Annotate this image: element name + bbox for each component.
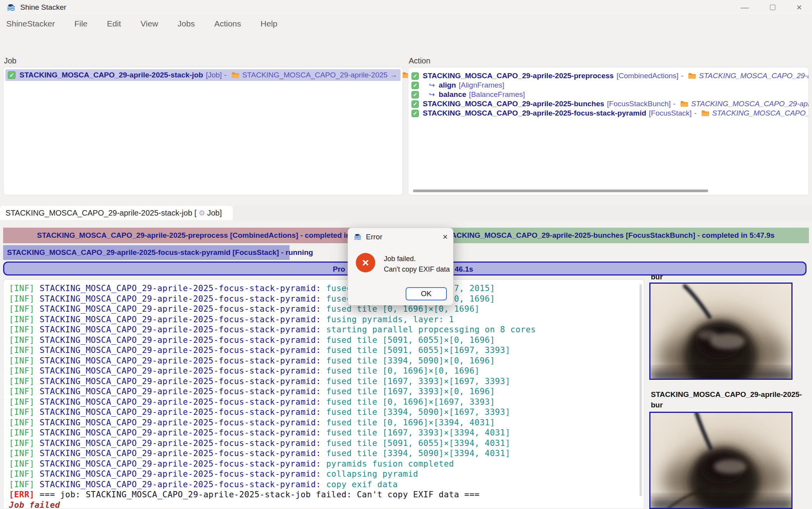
action-type: [FocusStack]	[649, 109, 692, 118]
menu-item[interactable]: View	[141, 19, 158, 28]
action-source-folder: STACKING_MOSCA_CAPO_29-aprile-2025-prepr…	[691, 100, 809, 108]
action-row[interactable]: ✓ ↪ STACKING_MOSCA_CAPO_29-aprile-2025-b…	[411, 99, 809, 109]
job-row[interactable]: ✓ STACKING_MOSCA_CAPO_29-aprile-2025-sta…	[5, 69, 401, 81]
action-name: STACKING_MOSCA_CAPO_29-aprile-2025-focus…	[423, 109, 646, 118]
log-tag: [INF]	[9, 480, 40, 489]
gear-icon: ⚙	[199, 209, 205, 218]
maximize-button[interactable]	[764, 0, 782, 15]
tab-label: STACKING_MOSCA_CAPO_29-aprile-2025-stack…	[5, 209, 197, 218]
folder-icon	[231, 72, 240, 79]
log-source: STACKING_MOSCA_CAPO_29-aprile-2025-focus…	[40, 480, 326, 489]
log-message: === job: STACKING_MOSCA_CAPO_29-aprile-2…	[40, 490, 480, 499]
log-source: STACKING_MOSCA_CAPO_29-aprile-2025-focus…	[40, 346, 326, 355]
log-line: [INF] STACKING_MOSCA_CAPO_29-aprile-2025…	[9, 314, 644, 325]
log-line: [INF] STACKING_MOSCA_CAPO_29-aprile-2025…	[9, 294, 644, 304]
log-line: [INF] STACKING_MOSCA_CAPO_29-aprile-2025…	[9, 418, 644, 428]
action-row[interactable]: ✓ ↪ balance [BalanceFrames]	[411, 90, 809, 99]
status-preprocess-text: STACKING_MOSCA_CAPO_29-aprile-2025-prepr…	[37, 231, 371, 240]
log-tag: [INF]	[9, 449, 40, 458]
action-row[interactable]: ✓ ↪ align [AlignFrames]	[411, 81, 809, 90]
log-line: [INF] STACKING_MOSCA_CAPO_29-aprile-2025…	[9, 366, 644, 376]
log-source: STACKING_MOSCA_CAPO_29-aprile-2025-focus…	[40, 428, 326, 437]
job-type: [Job]	[206, 71, 222, 79]
log-message: fused tile [3394, 5090]×[1697, 3393]	[326, 407, 510, 417]
log-tag: [INF]	[9, 387, 40, 396]
checkbox-checked-icon: ✓	[411, 91, 419, 98]
action-list: ✓ ↪ STACKING_MOSCA_CAPO_29-aprile-2025-p…	[411, 71, 809, 118]
log-tag: [INF]	[9, 294, 40, 304]
ok-button[interactable]: OK	[406, 287, 447, 300]
log-line: [INF] STACKING_MOSCA_CAPO_29-aprile-2025…	[9, 459, 644, 469]
error-message: Job failed. Can't copy EXIF data	[384, 254, 450, 275]
subaction-arrow-icon: ↪	[429, 81, 435, 90]
log-tag: [INF]	[9, 428, 40, 437]
log-source: STACKING_MOSCA_CAPO_29-aprile-2025-focus…	[40, 459, 326, 469]
tab-stack-job[interactable]: STACKING_MOSCA_CAPO_29-aprile-2025-stack…	[0, 206, 233, 220]
log-source: STACKING_MOSCA_CAPO_29-aprile-2025-focus…	[40, 294, 326, 304]
dialog-close-button[interactable]: ×	[443, 232, 448, 242]
log-line: [INF] STACKING_MOSCA_CAPO_29-aprile-2025…	[9, 386, 644, 397]
log-source: STACKING_MOSCA_CAPO_29-aprile-2025-focus…	[40, 284, 326, 293]
progress-label-right: 46.1s	[455, 265, 473, 274]
log-tag: [INF]	[9, 469, 40, 479]
close-button[interactable]: ×	[790, 0, 808, 15]
job-name: STACKING_MOSCA_CAPO_29-aprile-2025-stack…	[19, 71, 203, 79]
log-tag: [INF]	[9, 346, 40, 355]
log-tag: [INF]	[9, 418, 40, 427]
log-message: fused tile [3394, 5090]×[3394, 4031]	[326, 449, 510, 458]
log-line: [INF] STACKING_MOSCA_CAPO_29-aprile-2025…	[9, 304, 644, 314]
log-line: [INF] STACKING_MOSCA_CAPO_29-aprile-2025…	[9, 448, 644, 459]
menu-item[interactable]: File	[74, 19, 88, 28]
log-tag: [ERR]	[9, 490, 40, 499]
checkbox-checked-icon: ✓	[8, 71, 16, 79]
vertical-scrollbar[interactable]	[640, 284, 642, 496]
menu-bar: ShineStacker File Edit View Jobs Actions…	[0, 15, 812, 33]
log-tag: [INF]	[9, 407, 40, 417]
log-source: STACKING_MOSCA_CAPO_29-aprile-2025-focus…	[40, 439, 326, 448]
log-source: STACKING_MOSCA_CAPO_29-aprile-2025-focus…	[40, 387, 326, 396]
menu-item[interactable]: ShineStacker	[6, 19, 55, 28]
log-tag: [INF]	[9, 459, 40, 469]
action-row[interactable]: ✓ ↪ STACKING_MOSCA_CAPO_29-aprile-2025-p…	[411, 71, 809, 81]
preview-label2-line1: STACKING_MOSCA_CAPO_29-aprile-2025-bur	[651, 389, 812, 410]
log-panel[interactable]: [INF] STACKING_MOSCA_CAPO_29-aprile-2025…	[3, 279, 644, 509]
log-tag: [INF]	[9, 397, 40, 407]
log-source: STACKING_MOSCA_CAPO_29-aprile-2025-focus…	[40, 449, 326, 458]
checkbox-checked-icon: ✓	[411, 110, 419, 117]
menu-item[interactable]: Jobs	[178, 19, 195, 28]
menu-item[interactable]: Edit	[107, 19, 121, 28]
job-panel: ✓ STACKING_MOSCA_CAPO_29-aprile-2025-sta…	[3, 67, 403, 195]
horizontal-scrollbar[interactable]	[413, 190, 708, 192]
log-message: fused tile [0, 1696]×[1697, 3393]	[326, 397, 495, 407]
log-message: fused tile [1697, 3393]×[0, 1696]	[326, 387, 495, 396]
folder-icon	[680, 100, 689, 107]
menu-item[interactable]: Actions	[214, 19, 241, 28]
status-bar-running: STACKING_MOSCA_CAPO_29-aprile-2025-focus…	[3, 245, 290, 260]
log-line: [INF] STACKING_MOSCA_CAPO_29-aprile-2025…	[9, 469, 644, 479]
action-name: STACKING_MOSCA_CAPO_29-aprile-2025-prepr…	[423, 72, 614, 80]
fly-macro-photo	[650, 413, 793, 509]
preview-image-bunch-0012	[649, 412, 793, 509]
log-tag: [INF]	[9, 315, 40, 324]
maximize-icon	[770, 5, 775, 10]
log-message: fused tile [1697, 3393]×[1697, 3393]	[326, 377, 510, 386]
tab-label-suffix: Job]	[207, 209, 222, 218]
minimize-button[interactable]: —	[736, 0, 754, 15]
log-message: pyramids fusion completed	[326, 459, 454, 469]
error-x-icon: ×	[362, 256, 369, 269]
log-source: STACKING_MOSCA_CAPO_29-aprile-2025-focus…	[40, 315, 326, 324]
minimize-icon: —	[741, 3, 749, 12]
log-tag: [INF]	[9, 304, 40, 314]
log-tag: [INF]	[9, 377, 40, 386]
status-bunches-text: STACKING_MOSCA_CAPO_29-aprile-2025-bunch…	[442, 231, 775, 240]
action-type: [AlignFrames]	[459, 81, 504, 90]
log-line: Job failed	[9, 500, 644, 509]
menu-item[interactable]: Help	[260, 19, 277, 28]
log-source: STACKING_MOSCA_CAPO_29-aprile-2025-focus…	[40, 325, 326, 334]
folder-icon	[701, 110, 710, 117]
log-source: STACKING_MOSCA_CAPO_29-aprile-2025-focus…	[40, 469, 326, 479]
action-row[interactable]: ✓ ↪ STACKING_MOSCA_CAPO_29-aprile-2025-f…	[411, 109, 809, 118]
log-source: STACKING_MOSCA_CAPO_29-aprile-2025-focus…	[40, 366, 326, 376]
preview-image-bunch-0011	[649, 283, 793, 380]
job-dash: -	[224, 71, 227, 79]
